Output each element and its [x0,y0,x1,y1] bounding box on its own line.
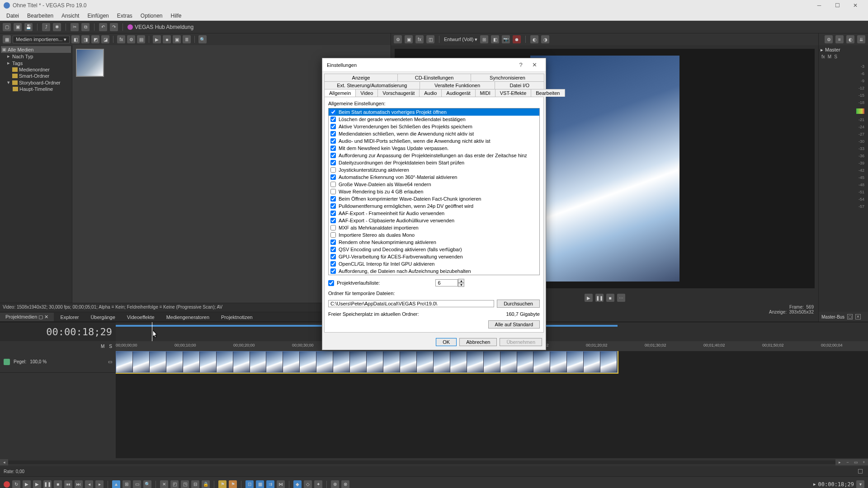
option-item[interactable]: Mit dem Newsfeed kein Vegas Update verpa… [329,145,539,152]
tool-a-icon[interactable]: ◆ [293,480,302,488]
option-item[interactable]: AAF-Export - Frameeinheit für Audio verw… [329,210,539,217]
option-checkbox[interactable] [330,109,336,115]
tab-audio[interactable]: Audio [419,89,442,97]
master-downmix-icon[interactable]: ⇊ [857,35,865,43]
option-checkbox[interactable] [330,261,336,267]
option-checkbox[interactable] [330,254,336,259]
tab-dateiio[interactable]: Datei I/O [495,81,544,89]
menu-optionen[interactable]: Optionen [137,12,166,20]
pause-icon[interactable]: ❚❚ [43,480,52,488]
option-item[interactable]: Pulldownentfernung ermöglichen, wenn 24p… [329,202,539,210]
fx-icon[interactable]: fx [117,35,125,43]
tab-uebergaenge[interactable]: Übergänge [85,313,120,321]
preview-extra2-icon[interactable]: ◑ [541,35,549,43]
tree-item[interactable]: Smart-Ordner [1,73,71,79]
option-checkbox[interactable] [330,131,336,136]
go-end-icon[interactable]: ⏭ [75,480,83,488]
tab-videoeffekte[interactable]: Videoeffekte [122,313,160,321]
preview-fx-icon[interactable]: fx [415,35,424,43]
preview-split-icon[interactable]: ◫ [426,35,434,43]
remove-icon[interactable]: ◩ [91,35,99,43]
stop-icon[interactable]: ■ [54,480,62,488]
preview-stop-icon[interactable]: ■ [606,294,614,302]
track-solo[interactable]: S [109,344,112,349]
preview-snapshot-icon[interactable]: 📷 [502,35,510,43]
tree-item[interactable]: ▸Tags [1,60,71,66]
option-checkbox[interactable] [330,225,336,230]
maximize-button[interactable]: ☐ [828,0,846,11]
loop-icon[interactable]: ↻ [12,480,20,488]
option-checkbox[interactable] [330,124,336,129]
option-checkbox[interactable] [330,239,336,245]
history-value[interactable] [435,279,458,286]
master-mute[interactable]: M [828,54,831,61]
master-insert-icon[interactable]: ≡ [835,35,844,43]
option-checkbox[interactable] [330,268,336,274]
tool-d-icon[interactable]: ⊕ [331,480,339,488]
defaults-button[interactable]: Alle auf Standard [488,320,540,328]
menu-extras[interactable]: Extras [113,12,136,20]
record-icon[interactable] [4,481,10,488]
minimize-button[interactable]: ─ [810,0,828,11]
tab-explorer[interactable]: Explorer [55,313,84,321]
properties-icon[interactable]: ✱ [53,23,61,31]
temp-folder-input[interactable] [328,300,494,307]
tab-audiogeraet[interactable]: Audiogerät [441,89,475,97]
next-frame-icon[interactable]: ▸ [95,480,104,488]
ok-button[interactable]: OK [436,338,457,346]
tool-e-icon[interactable]: ⊗ [341,480,349,488]
option-item[interactable]: MXF als Mehrkanaldatei importieren [329,224,539,231]
undo-icon[interactable]: ↶ [99,23,107,31]
option-checkbox[interactable] [330,160,336,165]
option-item[interactable]: OpenCL/GL Interop für Intel GPU aktivier… [329,260,539,267]
close-button[interactable]: ✕ [846,0,864,11]
option-item[interactable]: Beim Start automatisch vorheriges Projek… [329,108,539,116]
track-mute[interactable]: M [101,344,104,349]
tab-sync[interactable]: Synchronisieren [471,74,544,81]
marker-icon[interactable]: ⚑ [218,480,226,488]
video-clip[interactable] [116,351,618,373]
tree-item[interactable]: ▸Nach Typ [1,53,71,60]
option-item[interactable]: Importiere Stereo als duales Mono [329,231,539,239]
import-media-dropdown[interactable]: Medien importieren... ▾ [13,36,70,43]
go-start-icon[interactable]: ⏮ [64,480,72,488]
save-icon[interactable]: 💾 [24,23,33,31]
menu-hilfe[interactable]: Hilfe [167,12,185,20]
tab-projektmedien[interactable]: Projektmedien ▢ ✕ [0,313,54,321]
preview-quality-dropdown[interactable]: Entwurf (Voll) ▾ [444,37,477,42]
dialog-close-button[interactable]: ✕ [528,61,541,68]
trim-end-icon[interactable]: ◳ [181,480,189,488]
rate-reset-icon[interactable] [858,469,863,474]
auto-ripple-icon[interactable]: ⇉ [266,480,274,488]
option-item[interactable]: Beim Öffnen komprimierter Wave-Dateien F… [329,195,539,202]
option-item[interactable]: Aufforderung, die Dateien nach Aufzeichn… [329,267,539,275]
region-icon[interactable]: ⚑ [229,480,237,488]
option-checkbox[interactable] [330,182,336,187]
split-icon[interactable]: ⊟ [191,480,199,488]
browse-button[interactable]: Durchsuchen [497,300,540,308]
option-item[interactable]: Wave Rendering bis zu 4 GB erlauben [329,188,539,195]
preview-settings-icon[interactable]: ⚙ [394,35,402,43]
option-checkbox[interactable] [330,232,336,238]
open-icon[interactable]: ▣ [14,23,22,31]
master-pane-close[interactable]: ▢ [847,314,853,319]
master-dim-icon[interactable]: ◐ [846,35,854,43]
option-item[interactable]: Mediendateien schließen, wenn die Anwend… [329,130,539,137]
copy-icon[interactable]: ⧉ [81,23,90,31]
selection-icon[interactable]: ▭ [133,480,141,488]
views-icon[interactable]: ▤ [137,35,145,43]
hub-status[interactable]: VEGAS Hub Abmeldung [127,24,193,30]
option-checkbox[interactable] [330,167,336,173]
stop-icon[interactable]: ■ [163,35,171,43]
option-item[interactable]: GPU-Verarbeitung für ACES-Farbverwaltung… [329,253,539,260]
preview-more-icon[interactable]: ⋯ [617,294,625,302]
tab-mediengeneratoren[interactable]: Mediengeneratoren [161,313,215,321]
tab-vorschau[interactable]: Vorschaugerät [377,89,420,97]
auto-crossfade-icon[interactable]: ⋈ [277,480,285,488]
master-fx[interactable]: fx [821,54,825,61]
sort-icon[interactable]: ≣ [183,35,191,43]
tree-item[interactable]: Medienordner [1,66,71,73]
tab-ext[interactable]: Ext. Steuerung/Automatisierung [324,81,420,89]
track-slider-icon[interactable]: ▭ [108,359,112,364]
tab-vst[interactable]: VST-Effekte [495,89,532,97]
